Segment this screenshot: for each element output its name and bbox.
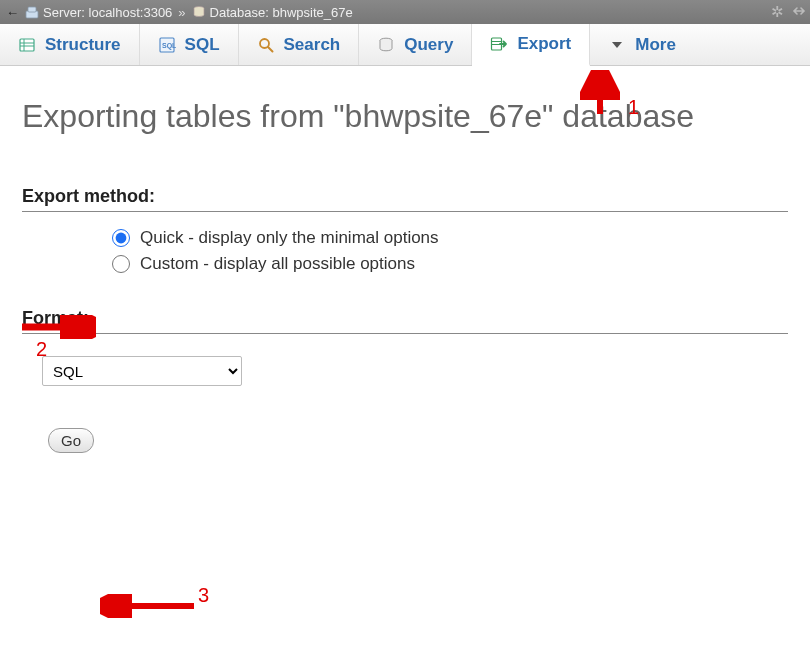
breadcrumb-server[interactable]: Server: localhost:3306 [43, 5, 172, 20]
tab-label: Search [284, 35, 341, 55]
export-method-quick[interactable]: Quick - display only the minimal options [112, 228, 788, 248]
export-icon [490, 35, 508, 53]
search-icon [257, 36, 275, 54]
structure-icon [18, 36, 36, 54]
query-icon [377, 36, 395, 54]
radio-label: Custom - display all possible options [140, 254, 415, 274]
svg-rect-1 [28, 7, 36, 12]
database-icon [192, 5, 206, 19]
tab-structure[interactable]: Structure [0, 24, 140, 65]
tab-export[interactable]: Export [472, 24, 590, 66]
export-method-heading: Export method: [22, 186, 788, 212]
tab-label: Export [517, 34, 571, 54]
tab-sql[interactable]: SQL SQL [140, 24, 239, 65]
export-method-custom[interactable]: Custom - display all possible options [112, 254, 788, 274]
tab-bar: Structure SQL SQL Search Query Export Mo… [0, 24, 810, 66]
collapse-icon[interactable] [792, 4, 806, 21]
gear-icon[interactable]: ✲ [771, 3, 784, 21]
back-arrow-icon[interactable]: ← [6, 5, 19, 20]
radio-quick[interactable] [112, 229, 130, 247]
breadcrumb-bar: ← Server: localhost:3306 » Database: bhw… [0, 0, 810, 24]
svg-rect-3 [20, 39, 34, 51]
annotation-arrow-3 [100, 594, 200, 618]
radio-label: Quick - display only the minimal options [140, 228, 439, 248]
annotation-number-2: 2 [36, 338, 47, 361]
export-method-options: Quick - display only the minimal options… [112, 228, 788, 274]
format-heading: Format: [22, 308, 788, 334]
annotation-number-1: 1 [628, 96, 639, 119]
tab-label: More [635, 35, 676, 55]
annotation-number-3: 3 [198, 584, 209, 607]
main-content: Exporting tables from "bhwpsite_67e" dat… [0, 66, 810, 475]
breadcrumb-database[interactable]: Database: bhwpsite_67e [210, 5, 353, 20]
format-select[interactable]: SQL [42, 356, 242, 386]
svg-line-10 [268, 47, 273, 52]
breadcrumb-separator: » [178, 5, 185, 20]
tab-label: Structure [45, 35, 121, 55]
tab-more[interactable]: More [590, 24, 694, 65]
more-icon [608, 36, 626, 54]
tab-query[interactable]: Query [359, 24, 472, 65]
go-button[interactable]: Go [48, 428, 94, 453]
tab-search[interactable]: Search [239, 24, 360, 65]
page-title: Exporting tables from "bhwpsite_67e" dat… [22, 96, 788, 136]
tab-label: Query [404, 35, 453, 55]
server-icon [25, 5, 39, 19]
tab-label: SQL [185, 35, 220, 55]
svg-text:SQL: SQL [162, 42, 176, 50]
sql-icon: SQL [158, 36, 176, 54]
radio-custom[interactable] [112, 255, 130, 273]
